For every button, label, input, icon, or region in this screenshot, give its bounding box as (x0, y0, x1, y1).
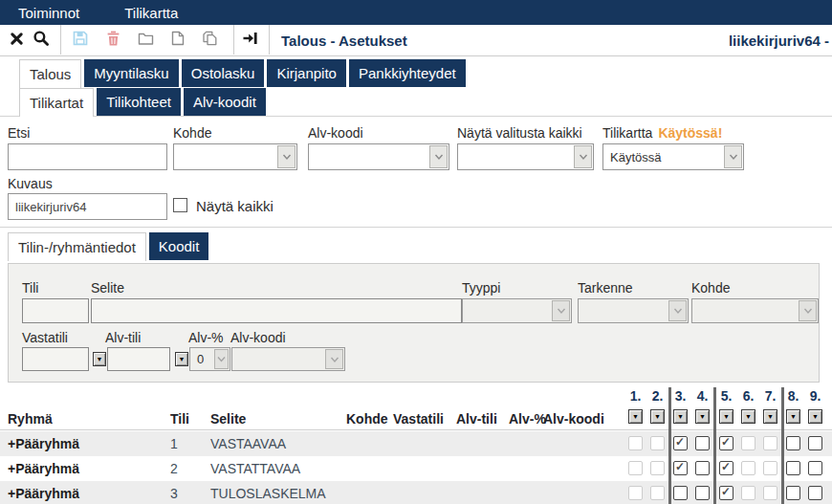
row-3-col-8-checkbox[interactable] (786, 486, 800, 500)
new-button[interactable] (167, 25, 188, 55)
panel-kohde-select[interactable] (691, 298, 819, 323)
etsi-input[interactable] (8, 143, 167, 170)
row-2-col-5-checkbox[interactable] (719, 461, 733, 475)
tarkenne-select[interactable] (578, 298, 689, 323)
column-2-filter-dropdown[interactable]: ▼ (650, 409, 665, 424)
tyyppi-select[interactable] (462, 298, 572, 323)
table-row[interactable]: +Pääryhmä2VASTATTAVAA (0, 456, 832, 481)
kohde-select[interactable] (173, 143, 297, 170)
alv-pct-select[interactable]: 0 (189, 347, 230, 371)
kohde-select-value (174, 144, 276, 169)
col-header-alv-koodi[interactable]: Alv-koodi (543, 411, 604, 427)
panel-alv-koodi-select[interactable] (231, 347, 345, 371)
row-2-col-8-checkbox[interactable] (786, 461, 800, 475)
col-header-alv-pct[interactable]: Alv-% (509, 411, 546, 427)
copy-button[interactable] (199, 25, 220, 55)
column-6-filter-dropdown[interactable]: ▼ (741, 409, 755, 424)
row-3-col-3-checkbox[interactable] (673, 486, 688, 500)
tab-tilikartat[interactable]: Tilikartat (19, 88, 94, 117)
save-button[interactable] (70, 25, 91, 55)
col-header-vastatili[interactable]: Vastatili (393, 411, 444, 427)
chevron-down-icon (214, 349, 229, 369)
column-8-filter-dropdown[interactable]: ▼ (786, 409, 800, 424)
tab-pankkiyhteydet[interactable]: Pankkiyhteydet (349, 59, 466, 87)
row-group-label[interactable]: +Pääryhmä (8, 431, 79, 456)
row-1-col-3-checkbox[interactable] (673, 436, 688, 450)
col-header-selite[interactable]: Selite (210, 411, 246, 427)
toolbar: Talous - Asetukset liikekirjuriv64 - (0, 25, 832, 56)
tab-tilikohteet[interactable]: Tilikohteet (97, 88, 181, 116)
vastatili-dropdown-button[interactable]: ▼ (93, 352, 106, 366)
row-group-label[interactable]: +Pääryhmä (8, 456, 79, 481)
row-3-col-4-checkbox[interactable] (695, 486, 710, 500)
column-group-separator (668, 387, 671, 504)
table-row[interactable]: +Pääryhmä3TULOSLASKELMA (0, 481, 832, 504)
alv-koodi-filter-label: Alv-koodi (308, 125, 363, 141)
row-2-col-2-checkbox (650, 461, 665, 475)
column-9-filter-dropdown[interactable]: ▼ (808, 409, 822, 424)
nayta-valitusta-select[interactable] (457, 143, 594, 170)
tab-alv-koodit[interactable]: Alv-koodit (184, 88, 266, 116)
tab-tilin-ryhmantiedot[interactable]: Tilin-/ryhmäntiedot (8, 232, 146, 261)
row-2-col-6-checkbox (741, 461, 755, 475)
column-group-separator (713, 387, 716, 504)
row-3-col-6-checkbox (741, 486, 755, 500)
tilikartta-select[interactable]: Käytössä (602, 143, 744, 170)
column-1-filter-dropdown[interactable]: ▼ (628, 409, 643, 424)
col-header-tili[interactable]: Tili (170, 411, 189, 427)
tab-myyntilasku[interactable]: Myyntilasku (84, 59, 178, 87)
row-3-col-9-checkbox[interactable] (808, 486, 822, 500)
tilikartta-label: Tilikartta Käytössä! (602, 125, 722, 141)
kuvaus-input[interactable]: liikekirjuriv64 (8, 193, 167, 220)
col-header-alv-tili[interactable]: Alv-tili (456, 411, 497, 427)
tab-kirjanpito[interactable]: Kirjanpito (267, 59, 346, 87)
dropdown-triangle-icon: ▼ (745, 413, 752, 420)
tab-koodit[interactable]: Koodit (149, 232, 209, 260)
tab-ostolasku[interactable]: Ostolasku (182, 59, 265, 87)
tili-label: Tili (22, 280, 38, 296)
chart-name-label: liikekirjuriv64 - (729, 25, 829, 55)
row-group-label[interactable]: +Pääryhmä (8, 481, 79, 504)
login-button[interactable] (240, 25, 261, 55)
alv-tili-input[interactable] (107, 347, 170, 371)
column-7-filter-dropdown[interactable]: ▼ (763, 409, 777, 424)
col-header-kohde[interactable]: Kohde (346, 411, 388, 427)
selite-input[interactable] (91, 298, 462, 323)
row-1-col-4-checkbox[interactable] (695, 436, 710, 450)
chevron-down-icon (668, 300, 687, 321)
close-button[interactable] (6, 25, 27, 55)
row-3-col-1-checkbox (628, 486, 643, 500)
row-1-col-5-checkbox[interactable] (719, 436, 733, 450)
column-4-filter-dropdown[interactable]: ▼ (695, 409, 710, 424)
tili-input[interactable] (22, 298, 89, 323)
tab-talous[interactable]: Talous (19, 59, 81, 88)
open-button[interactable] (135, 25, 156, 55)
row-2-col-3-checkbox[interactable] (673, 461, 688, 475)
vastatili-input[interactable] (22, 347, 89, 371)
table-col-number-6: 6. (736, 388, 760, 404)
dropdown-triangle-icon: ▼ (677, 413, 684, 420)
column-5-filter-dropdown[interactable]: ▼ (719, 409, 733, 424)
table-row[interactable]: +Pääryhmä1VASTAAVAA (0, 431, 832, 456)
nayta-kaikki-checkbox[interactable] (173, 198, 187, 212)
row-1-col-8-checkbox[interactable] (786, 436, 800, 450)
column-3-filter-dropdown[interactable]: ▼ (673, 409, 688, 424)
alv-koodi-filter-select[interactable] (308, 143, 449, 170)
alv-koodi-filter-value (309, 144, 428, 169)
alv-pct-select-value: 0 (190, 348, 213, 370)
menu-item-toiminnot[interactable]: Toiminnot (18, 5, 79, 21)
table-col-number-8: 8. (781, 388, 805, 404)
alv-tili-label: Alv-tili (105, 330, 141, 345)
row-2-col-4-checkbox[interactable] (695, 461, 710, 475)
col-header-ryhma[interactable]: Ryhmä (8, 411, 53, 427)
dropdown-triangle-icon: ▼ (179, 356, 186, 362)
menu-item-tilikartta[interactable]: Tilikartta (124, 5, 178, 21)
alv-tili-dropdown-button[interactable]: ▼ (175, 352, 188, 366)
row-1-col-9-checkbox[interactable] (808, 436, 822, 450)
delete-button[interactable] (102, 25, 123, 55)
row-3-col-5-checkbox[interactable] (719, 486, 733, 500)
chevron-down-icon (325, 349, 343, 369)
row-2-col-9-checkbox[interactable] (808, 461, 822, 475)
search-button[interactable] (31, 25, 52, 55)
folder-icon (138, 32, 154, 50)
